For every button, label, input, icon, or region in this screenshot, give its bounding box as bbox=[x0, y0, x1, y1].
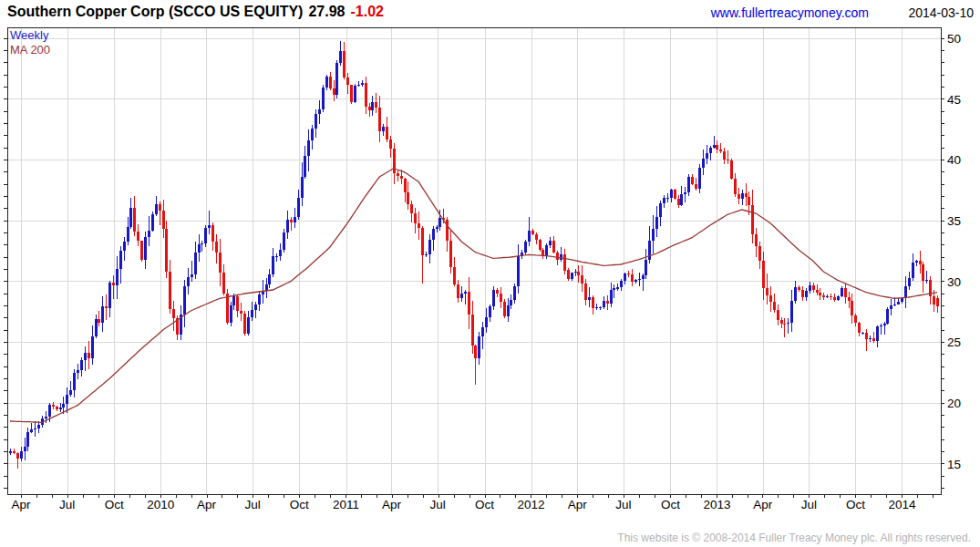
svg-text:Apr: Apr bbox=[197, 498, 217, 511]
svg-text:50: 50 bbox=[947, 32, 961, 46]
svg-text:2010: 2010 bbox=[147, 498, 174, 511]
copyright-footer: This website is © 2008-2014 Fuller Treac… bbox=[617, 532, 971, 544]
price-chart-canvas: 1520253035404550AprJulOct2010AprJulOct20… bbox=[0, 0, 980, 547]
svg-text:15: 15 bbox=[947, 458, 961, 471]
svg-text:25: 25 bbox=[947, 335, 961, 349]
svg-text:20: 20 bbox=[947, 397, 961, 410]
svg-text:45: 45 bbox=[947, 93, 961, 107]
svg-text:40: 40 bbox=[947, 153, 961, 167]
svg-text:30: 30 bbox=[947, 275, 961, 289]
svg-text:Apr: Apr bbox=[753, 498, 773, 511]
svg-text:Jul: Jul bbox=[615, 498, 631, 511]
svg-text:2011: 2011 bbox=[333, 498, 359, 511]
legend-series-label: Weekly bbox=[10, 28, 50, 43]
chart-legend: Weekly MA 200 bbox=[10, 28, 50, 57]
svg-text:Oct: Oct bbox=[661, 498, 680, 511]
svg-text:Oct: Oct bbox=[475, 498, 494, 511]
copyright-text: This website is © 2008-2014 Fuller Treac… bbox=[617, 532, 971, 544]
svg-text:2012: 2012 bbox=[518, 498, 545, 511]
legend-ma-label: MA 200 bbox=[10, 43, 50, 57]
svg-text:2014: 2014 bbox=[888, 498, 916, 511]
svg-text:Oct: Oct bbox=[290, 498, 309, 511]
svg-text:Apr: Apr bbox=[12, 498, 32, 511]
svg-text:Jul: Jul bbox=[429, 498, 445, 511]
svg-text:35: 35 bbox=[947, 214, 961, 228]
svg-text:2013: 2013 bbox=[703, 498, 730, 511]
svg-text:Jul: Jul bbox=[59, 498, 75, 511]
svg-text:Jul: Jul bbox=[244, 498, 260, 511]
svg-text:Apr: Apr bbox=[382, 498, 402, 511]
svg-text:Jul: Jul bbox=[801, 498, 817, 511]
svg-text:Apr: Apr bbox=[568, 498, 588, 511]
svg-text:Oct: Oct bbox=[846, 498, 865, 511]
svg-text:Oct: Oct bbox=[105, 498, 124, 511]
